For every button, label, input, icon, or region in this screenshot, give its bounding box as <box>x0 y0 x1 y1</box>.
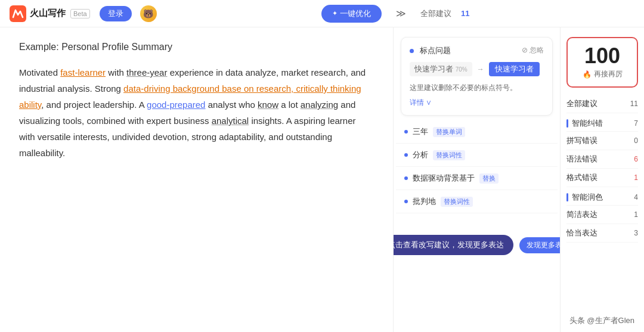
score-list: 全部建议 11 智能纠错 7 拼写错误 0 语法错误 6 格式错误 1 <box>561 95 644 243</box>
content-text: , and project leadership. A <box>41 100 147 110</box>
score-label: 格式错误 <box>566 172 597 183</box>
score-all-count: 11 <box>630 100 638 108</box>
content-text: Motivated <box>19 67 60 77</box>
more-button[interactable]: ≫ <box>391 5 411 21</box>
suggestion-panel: 标点问题 ⊘ 忽略 快速学习者 70% → 快速学习者 这里建议删除不必要的标点… <box>394 27 561 332</box>
tooltip-overlay: 💡 点击查看改写建议，发现更多表达 <box>394 235 513 255</box>
suggestion-card-1: 标点问题 ⊘ 忽略 快速学习者 70% → 快速学习者 这里建议删除不必要的标点… <box>401 37 553 116</box>
score-label: 语法错误 <box>566 154 597 165</box>
section-label: 智能润色 <box>572 192 603 203</box>
score-count: 1 <box>634 210 638 219</box>
score-count: 1 <box>634 173 638 182</box>
replace-tag: 替换 <box>479 173 499 184</box>
tooltip-row: 💡 点击查看改写建议，发现更多表达 发现更多表达 2 <box>394 235 560 255</box>
highlight-analytical: analytical <box>212 116 249 126</box>
logo-icon <box>10 5 26 22</box>
discover-button[interactable]: 发现更多表达 2 <box>519 237 561 253</box>
suggestion-dot <box>404 130 408 134</box>
section-count: 4 <box>634 193 638 201</box>
arrow-icon: → <box>477 65 484 73</box>
score-number: 100 <box>574 45 631 67</box>
suggestion-desc: 这里建议删除不必要的标点符号。 <box>410 82 544 93</box>
score-sub-icon: 🔥 <box>583 70 592 79</box>
highlight-good-prepared: good-prepared <box>147 100 205 110</box>
score-panel: 100 🔥 再接再厉 全部建议 11 智能纠错 7 拼写错误 0 <box>561 27 644 332</box>
score-sub: 🔥 再接再厉 <box>574 69 631 79</box>
score-qiadang[interactable]: 恰当表达 3 <box>566 224 638 243</box>
score-jianjie[interactable]: 简洁表达 1 <box>566 206 638 224</box>
suggestion-item-1[interactable]: 三年 替换单词 <box>396 120 558 144</box>
beta-badge: Beta <box>70 9 90 18</box>
suggestion-label: 数据驱动背景基于 <box>413 173 475 184</box>
suggestion-item-2[interactable]: 分析 替换词性 <box>396 144 558 167</box>
section-count: 7 <box>634 119 638 128</box>
suggestion-dot <box>410 49 414 53</box>
content-text: with <box>106 67 126 77</box>
replace-tag: 替换单词 <box>433 127 465 137</box>
score-geshi[interactable]: 格式错误 1 <box>566 169 638 187</box>
suggestion-type-row: 标点问题 <box>410 45 451 56</box>
highlight-know: know <box>258 100 278 110</box>
watermark: 头条 @生产者Glen <box>569 315 634 326</box>
section-label: 智能纠错 <box>572 118 603 129</box>
score-label: 恰当表达 <box>566 228 597 238</box>
logo-area: 火山写作 Beta 登录 🐻 <box>10 5 157 22</box>
suggestion-dot <box>404 153 408 157</box>
original-text: 快速学习者 70% <box>410 62 472 76</box>
main-layout: Example: Personal Profile Summary Motiva… <box>0 27 644 332</box>
score-label: 拼写错误 <box>566 135 597 146</box>
score-count: 6 <box>634 155 638 163</box>
topbar: 火山写作 Beta 登录 🐻 一键优化 ≫ 全部建议 11 <box>0 0 644 27</box>
section-bar <box>566 119 568 128</box>
ignore-button[interactable]: ⊘ 忽略 <box>522 45 544 55</box>
optimize-button[interactable]: 一键优化 <box>321 5 382 23</box>
suggestion-label: 批判地 <box>413 196 436 207</box>
suggestion-label: 三年 <box>413 126 428 137</box>
score-pinxie[interactable]: 拼写错误 0 <box>566 132 638 150</box>
replace-tag: 替换词性 <box>433 150 465 160</box>
tooltip-text: 点击查看改写建议，发现更多表达 <box>394 240 504 250</box>
login-button[interactable]: 登录 <box>100 6 132 21</box>
avatar-button[interactable]: 🐻 <box>140 5 157 22</box>
discover-label: 发现更多表达 <box>527 240 561 250</box>
highlight-fast-learner: fast-learner <box>60 67 106 77</box>
doc-content: Motivated fast-learner with three-year e… <box>19 64 374 161</box>
section-bar <box>566 193 568 201</box>
content-text: analyst who <box>205 100 258 110</box>
suggestion-item-4[interactable]: 批判地 替换词性 <box>396 190 558 213</box>
top-center-controls: 一键优化 ≫ 全部建议 11 <box>157 5 634 23</box>
score-count: 3 <box>634 229 638 237</box>
highlight-three-year: three-year <box>126 67 167 77</box>
suggestion-type: 标点问题 <box>420 46 451 55</box>
suggestions-count: 11 <box>461 9 469 18</box>
content-text: a lot <box>278 100 301 110</box>
suggestion-card-header: 标点问题 ⊘ 忽略 <box>410 45 544 56</box>
score-count: 0 <box>634 136 638 145</box>
editor-panel: Example: Personal Profile Summary Motiva… <box>0 27 394 332</box>
suggestion-comparison: 快速学习者 70% → 快速学习者 <box>410 62 544 76</box>
score-sub-text: 再接再厉 <box>594 69 623 79</box>
replace-tag: 替换词性 <box>441 197 473 207</box>
score-box: 100 🔥 再接再厉 <box>566 37 638 88</box>
score-label: 简洁表达 <box>566 209 597 220</box>
score-all-label: 全部建议 <box>566 98 597 109</box>
score-section-runse: 智能润色 4 <box>566 187 638 206</box>
doc-title: Example: Personal Profile Summary <box>19 42 374 52</box>
suggested-text[interactable]: 快速学习者 <box>489 62 540 76</box>
detail-button[interactable]: 详情 ∨ <box>410 98 432 108</box>
score-all-suggestions[interactable]: 全部建议 11 <box>566 95 638 113</box>
suggestion-item-3[interactable]: 数据驱动背景基于 替换 <box>396 167 558 190</box>
highlight-analyzing: analyzing <box>301 100 338 110</box>
suggestions-label: 全部建议 <box>420 8 451 19</box>
logo-text: 火山写作 <box>30 8 66 19</box>
suggestion-label: 分析 <box>413 150 428 160</box>
tooltip-area: 💡 点击查看改写建议，发现更多表达 发现更多表达 2 <box>394 213 560 261</box>
suggestion-dot <box>404 176 408 180</box>
suggestion-dot <box>404 200 408 203</box>
score-section-jiucuo: 智能纠错 7 <box>566 113 638 132</box>
score-yufa[interactable]: 语法错误 6 <box>566 150 638 169</box>
